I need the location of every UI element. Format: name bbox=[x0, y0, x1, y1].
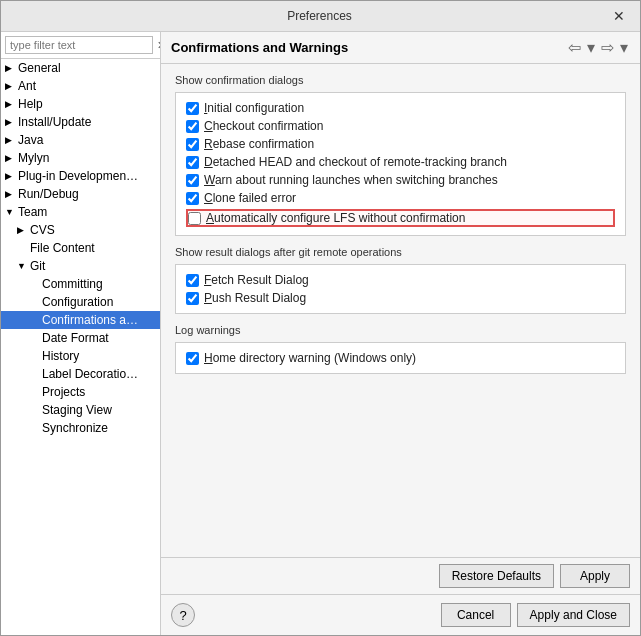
sidebar-tree: ▶General▶Ant▶Help▶Install/Update▶Java▶My… bbox=[1, 59, 160, 437]
footer-row: ? Cancel Apply and Close bbox=[161, 595, 640, 635]
checkbox-push-result[interactable] bbox=[186, 292, 199, 305]
sidebar-item-label-date-format: Date Format bbox=[42, 331, 109, 345]
checkbox-initial-config[interactable] bbox=[186, 102, 199, 115]
checkbox-auto-lfs[interactable] bbox=[188, 212, 201, 225]
sidebar-item-run-debug[interactable]: ▶Run/Debug bbox=[1, 185, 160, 203]
tree-arrow-run-debug: ▶ bbox=[5, 189, 15, 199]
tree-arrow-cvs: ▶ bbox=[17, 225, 27, 235]
checkbox-row-fetch-result: Fetch Result Dialog bbox=[186, 273, 615, 287]
checkbox-detached-head[interactable] bbox=[186, 156, 199, 169]
tree-arrow-general: ▶ bbox=[5, 63, 15, 73]
sidebar-item-ant[interactable]: ▶Ant bbox=[1, 77, 160, 95]
nav-dropdown-button[interactable]: ▾ bbox=[585, 38, 597, 57]
sidebar-item-label-ant: Ant bbox=[18, 79, 36, 93]
checkboxes-group2: Fetch Result DialogPush Result Dialog bbox=[175, 264, 626, 314]
tree-arrow-mylyn: ▶ bbox=[5, 153, 15, 163]
sidebar-item-label-file-content: File Content bbox=[30, 241, 95, 255]
tree-arrow-help: ▶ bbox=[5, 99, 15, 109]
sidebar-item-history[interactable]: History bbox=[1, 347, 160, 365]
checkbox-row-initial-config: Initial configuration bbox=[186, 101, 615, 115]
right-panel: Confirmations and Warnings ⇦ ▾ ⇨ ▾ Show … bbox=[161, 32, 640, 635]
checkboxes-group1: Initial configurationCheckout confirmati… bbox=[175, 92, 626, 236]
sidebar-item-label-staging-view: Staging View bbox=[42, 403, 112, 417]
apply-close-button[interactable]: Apply and Close bbox=[517, 603, 630, 627]
checkbox-label-warn-launches: Warn about running launches when switchi… bbox=[204, 173, 498, 187]
cancel-button[interactable]: Cancel bbox=[441, 603, 511, 627]
checkbox-clone-failed[interactable] bbox=[186, 192, 199, 205]
sidebar-item-committing[interactable]: Committing bbox=[1, 275, 160, 293]
window-title: Preferences bbox=[31, 9, 608, 23]
checkbox-fetch-result[interactable] bbox=[186, 274, 199, 287]
footer-right: Cancel Apply and Close bbox=[441, 603, 630, 627]
checkbox-row-warn-launches: Warn about running launches when switchi… bbox=[186, 173, 615, 187]
filter-clear-button[interactable]: ✕ bbox=[153, 38, 161, 53]
nav-forward-dropdown-button[interactable]: ▾ bbox=[618, 38, 630, 57]
tree-arrow-git: ▼ bbox=[17, 261, 27, 271]
action-row: Restore Defaults Apply bbox=[161, 558, 640, 595]
sidebar-item-java[interactable]: ▶Java bbox=[1, 131, 160, 149]
apply-button[interactable]: Apply bbox=[560, 564, 630, 588]
sidebar-item-label-team: Team bbox=[18, 205, 47, 219]
checkbox-row-detached-head: Detached HEAD and checkout of remote-tra… bbox=[186, 155, 615, 169]
restore-defaults-button[interactable]: Restore Defaults bbox=[439, 564, 554, 588]
sidebar-item-mylyn[interactable]: ▶Mylyn bbox=[1, 149, 160, 167]
panel-top-row: Confirmations and Warnings ⇦ ▾ ⇨ ▾ bbox=[161, 32, 640, 64]
nav-back-button[interactable]: ⇦ bbox=[566, 38, 583, 57]
sidebar-item-file-content[interactable]: File Content bbox=[1, 239, 160, 257]
checkboxes-group3: Home directory warning (Windows only) bbox=[175, 342, 626, 374]
section1-label: Show confirmation dialogs bbox=[175, 74, 626, 86]
tree-arrow-java: ▶ bbox=[5, 135, 15, 145]
sidebar-item-confirmations[interactable]: Confirmations a… bbox=[1, 311, 160, 329]
sidebar-item-projects[interactable]: Projects bbox=[1, 383, 160, 401]
sidebar-item-label-label-decor: Label Decoratio… bbox=[42, 367, 138, 381]
checkbox-row-home-dir: Home directory warning (Windows only) bbox=[186, 351, 615, 365]
checkbox-label-fetch-result: Fetch Result Dialog bbox=[204, 273, 309, 287]
sidebar-item-label-configuration: Configuration bbox=[42, 295, 113, 309]
checkbox-row-auto-lfs: Automatically configure LFS without conf… bbox=[186, 209, 615, 227]
tree-arrow-install-update: ▶ bbox=[5, 117, 15, 127]
sidebar-item-staging-view[interactable]: Staging View bbox=[1, 401, 160, 419]
sidebar-item-install-update[interactable]: ▶Install/Update bbox=[1, 113, 160, 131]
checkbox-label-home-dir: Home directory warning (Windows only) bbox=[204, 351, 416, 365]
section3-label: Log warnings bbox=[175, 324, 626, 336]
sidebar-item-configuration[interactable]: Configuration bbox=[1, 293, 160, 311]
checkbox-row-checkout-confirm: Checkout confirmation bbox=[186, 119, 615, 133]
bottom-area: Restore Defaults Apply ? Cancel Apply an… bbox=[161, 557, 640, 635]
checkbox-home-dir[interactable] bbox=[186, 352, 199, 365]
sidebar-item-general[interactable]: ▶General bbox=[1, 59, 160, 77]
checkbox-label-clone-failed: Clone failed error bbox=[204, 191, 296, 205]
sidebar-item-plug-in-dev[interactable]: ▶Plug-in Developmen… bbox=[1, 167, 160, 185]
panel-header: Confirmations and Warnings bbox=[171, 40, 348, 55]
sidebar-item-label-plug-in-dev: Plug-in Developmen… bbox=[18, 169, 138, 183]
sidebar-item-label-run-debug: Run/Debug bbox=[18, 187, 79, 201]
sidebar-item-label-install-update: Install/Update bbox=[18, 115, 91, 129]
help-button[interactable]: ? bbox=[171, 603, 195, 627]
tree-arrow-plug-in-dev: ▶ bbox=[5, 171, 15, 181]
filter-input[interactable] bbox=[5, 36, 153, 54]
nav-forward-button[interactable]: ⇨ bbox=[599, 38, 616, 57]
sidebar-item-team[interactable]: ▼Team bbox=[1, 203, 160, 221]
sidebar-item-date-format[interactable]: Date Format bbox=[1, 329, 160, 347]
checkbox-row-rebase-confirm: Rebase confirmation bbox=[186, 137, 615, 151]
checkbox-label-detached-head: Detached HEAD and checkout of remote-tra… bbox=[204, 155, 507, 169]
sidebar-item-label-general: General bbox=[18, 61, 61, 75]
checkbox-warn-launches[interactable] bbox=[186, 174, 199, 187]
checkbox-label-checkout-confirm: Checkout confirmation bbox=[204, 119, 323, 133]
section2-label: Show result dialogs after git remote ope… bbox=[175, 246, 626, 258]
sidebar-item-label-help: Help bbox=[18, 97, 43, 111]
sidebar-item-label-java: Java bbox=[18, 133, 43, 147]
tree-arrow-team: ▼ bbox=[5, 207, 15, 217]
sidebar-item-label-projects: Projects bbox=[42, 385, 85, 399]
sidebar-item-help[interactable]: ▶Help bbox=[1, 95, 160, 113]
checkbox-checkout-confirm[interactable] bbox=[186, 120, 199, 133]
sidebar-item-label-decor[interactable]: Label Decoratio… bbox=[1, 365, 160, 383]
checkbox-label-rebase-confirm: Rebase confirmation bbox=[204, 137, 314, 151]
sidebar-item-label-synchronize: Synchronize bbox=[42, 421, 108, 435]
sidebar-item-git[interactable]: ▼Git bbox=[1, 257, 160, 275]
sidebar-item-cvs[interactable]: ▶CVS bbox=[1, 221, 160, 239]
checkbox-rebase-confirm[interactable] bbox=[186, 138, 199, 151]
checkbox-label-auto-lfs: Automatically configure LFS without conf… bbox=[206, 211, 465, 225]
sidebar-item-synchronize[interactable]: Synchronize bbox=[1, 419, 160, 437]
close-button[interactable]: ✕ bbox=[608, 7, 630, 25]
checkbox-row-push-result: Push Result Dialog bbox=[186, 291, 615, 305]
